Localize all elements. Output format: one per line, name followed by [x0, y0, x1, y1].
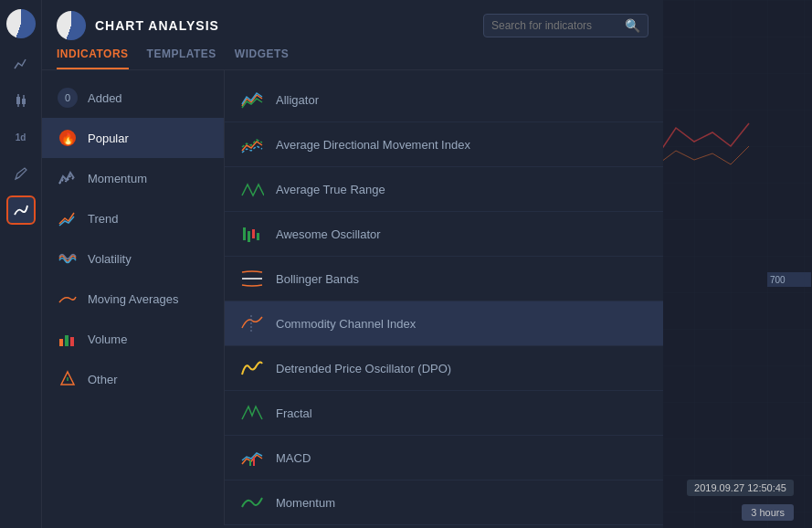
tab-templates[interactable]: TEMPLATES [147, 48, 216, 69]
fractal-icon [239, 400, 265, 426]
category-momentum[interactable]: Momentum [42, 158, 224, 198]
tab-indicators[interactable]: INDICATORS [57, 48, 129, 69]
sidebar-draw-btn[interactable] [6, 159, 36, 188]
volume-icon [57, 328, 79, 350]
indicator-momentum[interactable]: Momentum [225, 480, 663, 525]
dpo-icon [239, 355, 265, 381]
panel-title: CHART ANALYSIS [95, 18, 219, 33]
search-box[interactable]: 🔍 [483, 14, 649, 37]
indicator-macd-label: MACD [276, 451, 311, 465]
indicator-atr[interactable]: Average True Range [225, 167, 663, 212]
indicators-list: Alligator Average Directional Movement I… [225, 70, 663, 525]
search-icon: 🔍 [625, 18, 640, 33]
indicator-admi-label: Average Directional Movement Index [276, 138, 470, 152]
svg-rect-10 [16, 97, 20, 104]
awesome-icon [239, 221, 265, 247]
svg-rect-27 [257, 233, 259, 240]
panel-tabs: INDICATORS TEMPLATES WIDGETS [57, 48, 649, 69]
indicator-dpo-label: Detrended Price Oscillator (DPO) [276, 362, 451, 375]
svg-rect-26 [252, 229, 255, 238]
category-volatility-label: Volatility [88, 252, 132, 266]
category-other[interactable]: Other [42, 359, 224, 399]
indicator-alligator-label: Alligator [276, 93, 319, 107]
macd-icon [239, 445, 265, 470]
category-volume-label: Volume [88, 333, 127, 346]
category-trend[interactable]: Trend [42, 198, 224, 238]
category-moving-averages-label: Moving Averages [88, 292, 179, 306]
content-area: 0 Added 🔥 Popular [42, 70, 663, 525]
admi-icon [239, 132, 265, 157]
categories-list: 0 Added 🔥 Popular [42, 70, 225, 525]
indicator-cci-label: Commodity Channel Index [276, 317, 416, 331]
category-added[interactable]: 0 Added [42, 78, 224, 118]
momentum-ind-icon [239, 490, 265, 515]
category-moving-averages[interactable]: Moving Averages [42, 279, 224, 319]
category-momentum-label: Momentum [88, 172, 147, 185]
category-volume[interactable]: Volume [42, 319, 224, 359]
indicator-atr-label: Average True Range [276, 183, 385, 196]
category-trend-label: Trend [88, 212, 118, 226]
main-panel: CHART ANALYSIS 🔍 INDICATORS TEMPLATES WI… [42, 0, 663, 528]
indicator-dpo[interactable]: Detrended Price Oscillator (DPO) [225, 346, 663, 391]
svg-text:🔥: 🔥 [61, 132, 75, 145]
svg-rect-13 [22, 99, 26, 104]
svg-rect-20 [65, 335, 69, 346]
added-badge: 0 [58, 88, 78, 108]
panel-logo [57, 11, 86, 40]
panel-header: CHART ANALYSIS 🔍 INDICATORS TEMPLATES WI… [42, 0, 663, 70]
indicator-macd[interactable]: MACD [225, 436, 663, 480]
bollinger-icon [239, 266, 265, 291]
indicator-bollinger-label: Bollinger Bands [276, 272, 359, 286]
app-logo [6, 9, 36, 38]
sidebar-indicators-btn[interactable] [6, 195, 36, 225]
chart-timeframe[interactable]: 3 hours [742, 504, 794, 521]
category-popular-label: Popular [88, 132, 129, 145]
indicator-alligator[interactable]: Alligator [225, 78, 663, 122]
svg-rect-29 [249, 460, 251, 466]
indicator-awesome-label: Awesome Oscillator [276, 227, 381, 241]
indicator-admi[interactable]: Average Directional Movement Index [225, 122, 663, 167]
category-other-label: Other [88, 373, 118, 386]
svg-text:700: 700 [770, 275, 786, 285]
category-popular[interactable]: 🔥 Popular [42, 118, 224, 158]
indicator-fractal-label: Fractal [276, 407, 312, 420]
atr-icon [239, 176, 265, 202]
momentum-icon [57, 167, 79, 189]
indicator-bollinger[interactable]: Bollinger Bands [225, 257, 663, 301]
category-volatility[interactable]: Volatility [42, 238, 224, 279]
svg-rect-21 [70, 337, 74, 346]
indicator-awesome[interactable]: Awesome Oscillator [225, 212, 663, 257]
svg-rect-19 [59, 339, 63, 346]
left-sidebar: 1d [0, 0, 42, 528]
other-icon [57, 368, 79, 390]
svg-rect-25 [248, 231, 250, 242]
trend-icon [57, 207, 79, 229]
panel-title-row: CHART ANALYSIS 🔍 [57, 11, 649, 40]
search-input[interactable] [491, 19, 619, 32]
added-icon: 0 [57, 87, 79, 109]
panel-title-left: CHART ANALYSIS [57, 11, 219, 40]
indicator-cci[interactable]: Commodity Channel Index [225, 301, 663, 346]
indicator-momentum-label: Momentum [276, 496, 335, 510]
moving-averages-icon [57, 288, 79, 310]
chart-datetime: 2019.09.27 12:50:45 [687, 480, 794, 496]
popular-icon: 🔥 [57, 127, 79, 149]
tab-widgets[interactable]: WIDGETS [235, 48, 290, 69]
indicator-fractal[interactable]: Fractal [225, 391, 663, 436]
volatility-icon [57, 248, 79, 269]
sidebar-candle-btn[interactable] [6, 86, 36, 115]
sidebar-timeframe-btn[interactable]: 1d [6, 122, 36, 152]
cci-icon [239, 311, 265, 336]
category-added-label: Added [88, 91, 122, 105]
alligator-icon [239, 87, 265, 112]
svg-rect-24 [243, 227, 246, 240]
sidebar-chart-btn[interactable] [6, 49, 36, 79]
svg-rect-30 [253, 457, 255, 466]
